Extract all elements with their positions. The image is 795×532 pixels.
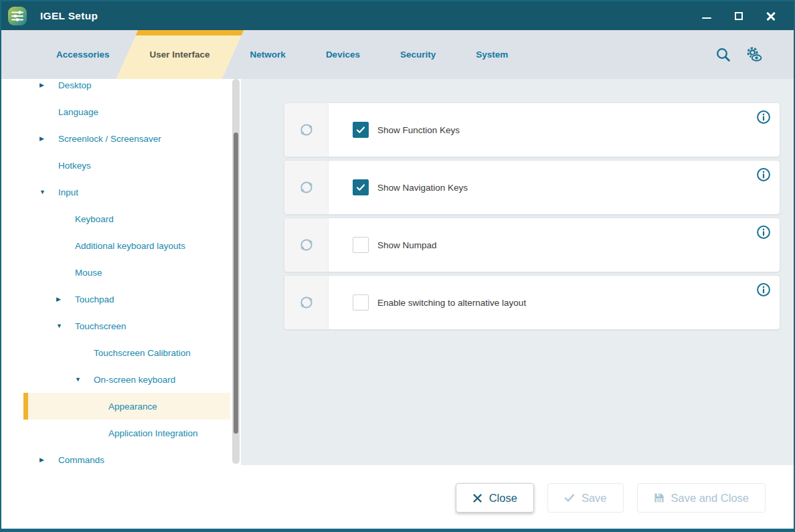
settings-panel: Show Function Keys [241,79,794,465]
checkbox[interactable] [353,294,369,311]
floppy-disk-icon [654,493,665,503]
x-icon [472,493,482,503]
caret-right-icon: ▶ [56,296,75,302]
sidebar-item-keyboard[interactable]: Keyboard [1,205,241,232]
tab-label: Devices [326,50,360,60]
sidebar-item-label: Desktop [58,80,92,90]
sidebar-item-application-integration[interactable]: Application Integration [1,420,241,446]
maximize-button[interactable] [732,9,745,23]
navigation-sidebar: ▶Desktop Language ▶Screenlock / Screensa… [1,79,241,465]
footer: Close Save Save and Close [1,465,794,529]
caret-down-icon: ▼ [39,189,58,195]
minimize-button[interactable] [700,9,713,23]
info-icon[interactable] [756,167,771,182]
setting-row-show-numpad: Show Numpad [284,217,780,272]
sidebar-item-touchpad[interactable]: ▶Touchpad [1,286,241,313]
sidebar-item-appearance[interactable]: Appearance [23,393,230,420]
sidebar-item-touchscreen-calibration[interactable]: Touchscreen Calibration [1,339,241,366]
tab-security[interactable]: Security [380,30,456,79]
tab-accessories[interactable]: Accessories [36,30,130,79]
reset-button[interactable] [284,276,329,329]
button-label: Save and Close [671,492,749,505]
button-label: Save [582,492,607,505]
sidebar-item-label: Touchpad [75,294,114,304]
setting-checkbox-row[interactable]: Enable switching to alternative layout [353,294,526,311]
tabbar: Accessories User Interface Network Devic… [1,30,794,79]
igel-setup-window: IGEL Setup Accessories User Interface Ne… [0,0,795,532]
sidebar-item-label: Appearance [108,402,157,412]
content-area: ▶Desktop Language ▶Screenlock / Screensa… [1,79,794,465]
maximize-icon [735,12,743,20]
window-title: IGEL Setup [40,10,98,22]
checkbox[interactable] [353,122,369,138]
checkbox[interactable] [353,237,369,253]
tab-label: Network [250,50,286,60]
sidebar-item-label: Touchscreen Calibration [94,348,191,358]
sidebar-item-label: Screenlock / Screensaver [58,134,161,144]
setting-label: Show Navigation Keys [377,183,468,193]
check-icon [564,493,575,503]
tab-user-interface[interactable]: User Interface [130,30,230,79]
sidebar-item-on-screen-keyboard[interactable]: ▼On-screen keyboard [1,366,241,393]
minimize-icon [702,17,711,19]
setting-label: Show Numpad [377,240,437,250]
igel-logo-icon [7,6,27,26]
setting-row-show-function-keys: Show Function Keys [284,102,780,157]
caret-down-icon: ▼ [75,377,94,383]
tab-network[interactable]: Network [230,30,306,79]
caret-right-icon: ▶ [39,457,58,463]
sidebar-item-hotkeys[interactable]: Hotkeys [1,152,241,179]
reset-icon [298,121,315,139]
reset-button[interactable] [284,218,329,272]
tab-devices[interactable]: Devices [306,30,380,79]
tab-system[interactable]: System [456,30,528,79]
setting-checkbox-row[interactable]: Show Numpad [353,237,437,253]
sidebar-item-language[interactable]: Language [1,98,241,125]
setting-row-enable-alternative-layout: Enable switching to alternative layout [284,275,780,330]
sidebar-scrollbar-thumb[interactable] [234,132,238,434]
sidebar-item-commands[interactable]: ▶Commands [1,446,241,465]
search-icon[interactable] [715,46,732,64]
sidebar-item-label: Mouse [75,268,102,278]
sidebar-item-additional-keyboard-layouts[interactable]: Additional keyboard layouts [1,232,241,259]
reset-icon [298,236,315,254]
setup-visibility-gear-eye-icon[interactable] [745,46,763,64]
close-button[interactable]: Close [456,483,534,513]
sidebar-item-label: On-screen keyboard [94,375,175,385]
tab-label: System [476,50,508,60]
window-close-button[interactable] [764,9,778,23]
sidebar-item-label: Commands [58,455,104,465]
reset-button[interactable] [284,161,329,214]
sidebar-item-desktop[interactable]: ▶Desktop [1,79,241,98]
sidebar-item-screenlock-screensaver[interactable]: ▶Screenlock / Screensaver [1,125,241,152]
button-label: Close [489,492,517,505]
sidebar-item-label: Input [58,187,78,197]
sidebar-scrollbar-track[interactable] [232,79,240,464]
setting-label: Enable switching to alternative layout [377,298,526,308]
sidebar-item-label: Language [58,107,98,117]
save-and-close-button[interactable]: Save and Close [637,483,766,513]
save-button[interactable]: Save [547,483,624,513]
caret-right-icon: ▶ [39,82,58,88]
sidebar-item-label: Application Integration [108,428,198,438]
reset-icon [298,294,315,311]
sidebar-item-mouse[interactable]: Mouse [1,259,241,286]
info-icon[interactable] [756,225,771,240]
reset-button[interactable] [284,103,329,157]
sidebar-item-label: Touchscreen [75,321,126,331]
setting-row-show-navigation-keys: Show Navigation Keys [284,160,780,215]
sidebar-item-label: Keyboard [75,214,114,224]
window-controls [700,9,778,23]
tab-label: Security [400,50,436,60]
setting-checkbox-row[interactable]: Show Navigation Keys [353,179,468,195]
sidebar-item-touchscreen[interactable]: ▼Touchscreen [1,313,241,339]
check-icon [355,182,366,193]
sidebar-item-label: Hotkeys [58,161,91,171]
titlebar: IGEL Setup [1,1,794,30]
checkbox[interactable] [353,179,369,195]
info-icon[interactable] [756,282,771,297]
sidebar-item-input[interactable]: ▼Input [1,179,241,205]
caret-right-icon: ▶ [39,136,58,142]
info-icon[interactable] [756,110,771,124]
setting-checkbox-row[interactable]: Show Function Keys [353,122,460,138]
